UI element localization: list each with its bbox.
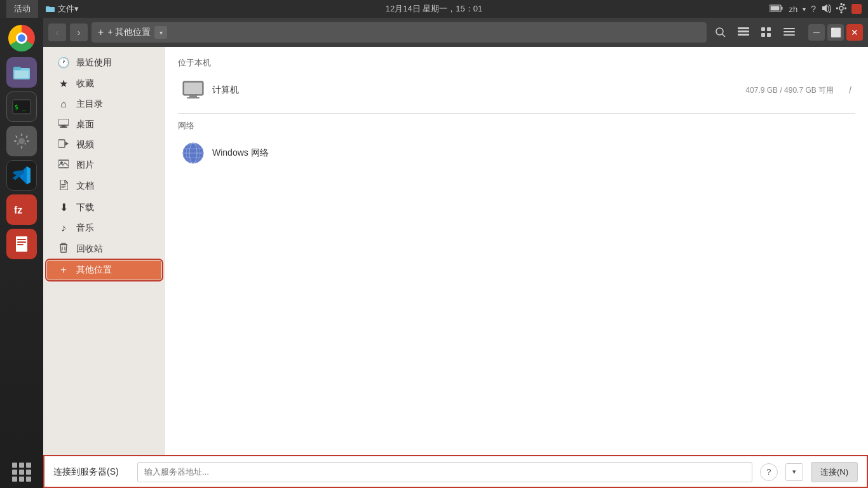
header-bar: ‹ › + + 其他位置 ▾ xyxy=(43,18,868,47)
breadcrumb-dropdown[interactable]: ▾ xyxy=(154,26,167,39)
content-area: 🕐 最近使用 ★ 收藏 ⌂ 主目录 xyxy=(43,47,868,455)
windows-network-name: Windows 网络 xyxy=(212,147,851,159)
on-this-machine-title: 位于本机 xyxy=(178,57,855,69)
svg-rect-8 xyxy=(844,7,846,9)
svg-marker-39 xyxy=(65,142,69,146)
svg-rect-1 xyxy=(46,6,50,8)
menu-button[interactable] xyxy=(779,22,799,43)
server-address-input[interactable] xyxy=(137,462,752,482)
network-title: 网络 xyxy=(178,120,855,132)
computer-item[interactable]: 计算机 407.9 GB / 490.7 GB 可用 / xyxy=(178,74,855,107)
computer-info: 计算机 xyxy=(212,85,738,96)
dock-files[interactable] xyxy=(6,57,37,88)
svg-rect-7 xyxy=(836,7,838,9)
apps-dot xyxy=(12,477,17,482)
computer-storage: 407.9 GB / 490.7 GB 可用 xyxy=(745,85,834,96)
svg-rect-22 xyxy=(17,244,24,245)
other-icon: + xyxy=(57,264,70,276)
dock-terminal[interactable]: $ _ xyxy=(6,92,37,122)
svg-rect-43 xyxy=(62,186,66,187)
connect-to-server-label: 连接到服务器(S) xyxy=(53,466,130,478)
svg-point-9 xyxy=(839,6,843,10)
apps-dot xyxy=(26,477,31,482)
sidebar-item-videos-label: 视频 xyxy=(76,139,94,151)
svg-rect-37 xyxy=(60,126,67,128)
dock-filezilla[interactable]: fz xyxy=(6,194,37,225)
sidebar-item-trash-label: 回收站 xyxy=(76,243,103,255)
svg-rect-31 xyxy=(767,33,771,37)
svg-rect-50 xyxy=(187,97,200,98)
dock-chrome[interactable] xyxy=(6,23,37,53)
home-icon: ⌂ xyxy=(57,98,70,110)
lang-dropdown-icon: ▾ xyxy=(803,6,806,13)
svg-rect-28 xyxy=(761,27,765,31)
svg-text:fz: fz xyxy=(14,205,22,215)
minimize-button[interactable]: ─ xyxy=(808,24,825,41)
dock-vscode[interactable] xyxy=(6,160,37,191)
sidebar-item-downloads-label: 下载 xyxy=(76,202,94,214)
svg-rect-42 xyxy=(62,184,66,185)
view-toggle-button[interactable] xyxy=(756,22,776,43)
sidebar-item-home[interactable]: ⌂ 主目录 xyxy=(47,95,161,114)
battery-icon xyxy=(770,4,783,14)
input-dropdown-button[interactable]: ▾ xyxy=(785,463,803,481)
windows-network-info: Windows 网络 xyxy=(212,147,851,159)
windows-network-icon xyxy=(182,142,205,165)
main-layout: $ _ fz xyxy=(0,18,868,488)
sidebar-item-trash[interactable]: 回收站 xyxy=(47,239,161,259)
pictures-icon xyxy=(57,159,70,171)
file-menu[interactable]: 文件▾ xyxy=(38,0,86,18)
sidebar-item-videos[interactable]: 视频 xyxy=(47,135,161,154)
menu-bar: 活动 文件▾ 12月14日 星期一，15：01 zh ▾ ? xyxy=(0,0,868,18)
add-icon: + xyxy=(98,27,104,38)
sidebar-item-recent[interactable]: 🕐 最近使用 xyxy=(47,53,161,72)
show-apps-button[interactable] xyxy=(12,463,31,482)
sidebar-item-pictures-label: 图片 xyxy=(76,159,94,171)
sidebar-item-other[interactable]: + 其他位置 xyxy=(47,261,161,280)
dock-settings[interactable] xyxy=(6,126,37,156)
close-button[interactable]: ✕ xyxy=(846,24,863,41)
svg-rect-33 xyxy=(783,31,795,32)
sidebar-item-music[interactable]: ♪ 音乐 xyxy=(47,219,161,238)
svg-rect-32 xyxy=(783,28,795,29)
sidebar-item-starred[interactable]: ★ 收藏 xyxy=(47,74,161,93)
volume-icon[interactable] xyxy=(821,4,831,15)
red-indicator xyxy=(851,4,862,14)
help-icon[interactable]: ? xyxy=(811,4,816,14)
datetime-display: 12月14日 星期一，15：01 xyxy=(386,3,482,15)
window-controls: ─ ⬜ ✕ xyxy=(808,24,863,41)
main-content: 位于本机 计算机 407.9 GB / 490.7 GB 可用 xyxy=(165,47,868,455)
apps-dot xyxy=(19,470,24,475)
activities-menu[interactable]: 活动 xyxy=(6,0,38,18)
svg-rect-29 xyxy=(767,27,771,31)
maximize-button[interactable]: ⬜ xyxy=(827,24,844,41)
back-button[interactable]: ‹ xyxy=(48,24,66,41)
dock-evince[interactable] xyxy=(6,229,37,259)
svg-rect-6 xyxy=(841,11,843,13)
sidebar: 🕐 最近使用 ★ 收藏 ⌂ 主目录 xyxy=(43,47,165,455)
sidebar-item-other-label: 其他位置 xyxy=(76,264,112,276)
sidebar-item-desktop-label: 桌面 xyxy=(76,119,94,130)
lang-indicator[interactable]: zh xyxy=(789,4,797,14)
list-view-button[interactable] xyxy=(733,22,754,43)
sidebar-item-downloads[interactable]: ⬇ 下载 xyxy=(47,198,161,217)
search-button[interactable] xyxy=(710,22,731,43)
sidebar-item-desktop[interactable]: 桌面 xyxy=(47,115,161,134)
computer-name: 计算机 xyxy=(212,85,738,96)
svg-rect-27 xyxy=(738,34,749,36)
folder-icon xyxy=(46,4,55,14)
sidebar-item-documents[interactable]: 文档 xyxy=(47,176,161,196)
computer-path: / xyxy=(841,85,851,95)
forward-button[interactable]: › xyxy=(70,24,88,41)
svg-rect-44 xyxy=(62,187,65,188)
windows-network-item[interactable]: Windows 网络 xyxy=(178,137,855,170)
apps-dot xyxy=(19,477,24,482)
svg-rect-48 xyxy=(184,83,202,94)
sidebar-item-pictures[interactable]: 图片 xyxy=(47,156,161,175)
apps-dot xyxy=(26,463,31,468)
file-manager: ‹ › + + 其他位置 ▾ xyxy=(43,18,868,488)
connect-button[interactable]: 连接(N) xyxy=(811,462,858,482)
input-help-button[interactable]: ? xyxy=(760,463,778,481)
music-icon: ♪ xyxy=(57,222,70,234)
settings-tray-icon[interactable] xyxy=(836,3,846,15)
